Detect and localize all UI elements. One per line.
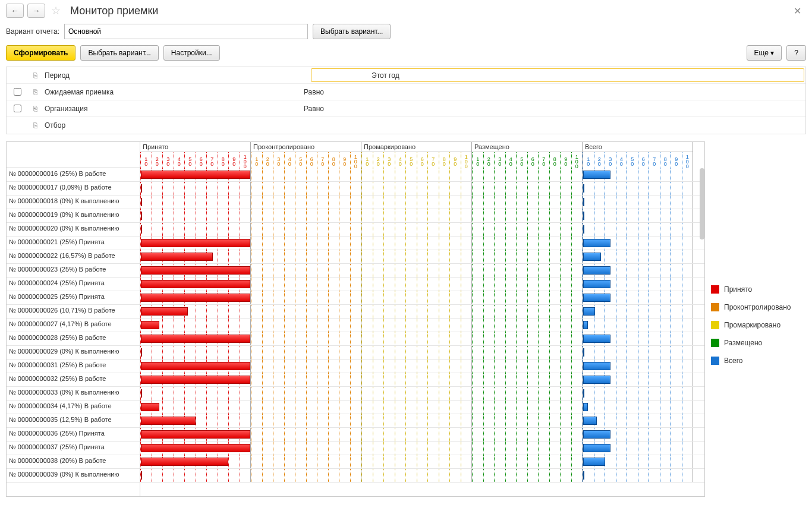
more-button[interactable]: Еще ▾ — [747, 45, 782, 61]
chart-bar — [141, 294, 250, 302]
chart-bar — [141, 184, 142, 193]
filter-checkbox[interactable] — [14, 105, 21, 112]
chart-row — [140, 360, 704, 373]
choose-variant-button[interactable]: Выбрать вариант... — [80, 45, 158, 61]
axis-tick: 10 — [140, 152, 152, 169]
chart-bar — [141, 266, 250, 275]
chart-column-group: Принято102030405060708090100 — [140, 142, 251, 168]
chart-row-label: № 00000000025 (25%) Принята — [7, 291, 140, 305]
chart-bar — [141, 225, 142, 234]
chart-row — [140, 346, 704, 360]
chart-row-label: № 00000000024 (25%) Принята — [7, 278, 140, 291]
chart-row-label: № 00000000028 (25%) В работе — [7, 332, 140, 346]
chart-bar — [141, 348, 142, 357]
axis-tick: 30 — [494, 152, 505, 169]
axis-tick: 90 — [449, 152, 461, 169]
chart-column-group: Всего102030405060708090100 — [583, 142, 693, 168]
chart-bar — [583, 239, 610, 247]
choose-variant-button-top[interactable]: Выбрать вариант... — [313, 24, 391, 39]
legend-item: Промаркировано — [711, 316, 812, 334]
axis-tick: 100 — [350, 152, 361, 169]
chart-row — [140, 264, 704, 278]
chart-row — [140, 209, 704, 223]
chart-bar — [141, 280, 250, 288]
axis-tick: 70 — [206, 152, 218, 169]
filter-checkbox[interactable] — [14, 88, 21, 96]
favorite-icon[interactable]: ☆ — [51, 4, 61, 17]
chart-bar — [583, 417, 597, 425]
chart-bar — [583, 171, 610, 179]
chart-column-group: Проконтролировано102030405060708090100 — [251, 142, 361, 168]
close-button[interactable]: ✕ — [789, 5, 806, 17]
chart-bar — [583, 294, 610, 302]
chart-bar — [583, 389, 584, 398]
forward-button[interactable]: → — [27, 4, 45, 18]
run-report-button[interactable]: Сформировать — [6, 45, 75, 61]
legend-label: Проконтролировано — [724, 303, 791, 311]
settings-button[interactable]: Настройки... — [163, 45, 220, 61]
chart-bar — [141, 417, 196, 425]
chart-bar — [583, 403, 588, 411]
chart-bar — [583, 362, 610, 370]
filter-row[interactable]: ⎘ Период Этот год — [7, 67, 805, 84]
filter-row[interactable]: ⎘ Отбор — [7, 117, 805, 134]
axis-tick: 60 — [527, 152, 539, 169]
chart-row — [140, 182, 704, 196]
chart-row — [140, 278, 704, 291]
chart-row-label: № 00000000022 (16,57%) В работе — [7, 250, 140, 264]
chart-bar — [583, 348, 584, 357]
chart-row-label: № 00000000020 (0%) К выполнению — [7, 223, 140, 237]
legend-swatch — [711, 321, 719, 329]
axis-tick: 40 — [616, 152, 627, 169]
chart-bar — [583, 444, 610, 452]
chart-row — [140, 469, 704, 483]
chart-bar — [141, 389, 142, 398]
chart-row-label: № 00000000032 (25%) В работе — [7, 373, 140, 387]
axis-tick: 70 — [649, 152, 660, 169]
legend-swatch — [711, 339, 719, 347]
axis-tick: 50 — [516, 152, 527, 169]
axis-tick: 90 — [560, 152, 571, 169]
axis-tick: 40 — [505, 152, 517, 169]
chart-row-label: № 00000000035 (12,5%) В работе — [7, 414, 140, 428]
axis-tick: 100 — [682, 152, 693, 169]
help-button[interactable]: ? — [786, 45, 806, 61]
chart-row-label: № 00000000037 (25%) Принята — [7, 442, 140, 455]
chart-row — [140, 332, 704, 346]
filter-value[interactable]: Этот год — [369, 71, 805, 80]
axis-tick: 20 — [262, 152, 273, 169]
chart-bar — [583, 376, 610, 384]
filter-row[interactable]: ⎘ Организация Равно — [7, 100, 805, 117]
column-title: Проконтролировано — [251, 142, 361, 152]
chart-row — [140, 250, 704, 264]
axis-tick: 50 — [184, 152, 196, 169]
chart-row — [140, 291, 704, 305]
chart-bar — [141, 171, 250, 179]
chart-row — [140, 373, 704, 387]
axis-tick: 50 — [405, 152, 417, 169]
legend-swatch — [711, 285, 719, 294]
chart-bar — [141, 458, 228, 466]
scrollbar-thumb[interactable] — [700, 168, 704, 239]
chart-row — [140, 401, 704, 414]
chart-row — [140, 196, 704, 209]
back-button[interactable]: ← — [6, 4, 24, 18]
chart-row — [140, 223, 704, 237]
chart-bar — [141, 430, 250, 439]
chart-row-label: № 00000000026 (10,71%) В работе — [7, 305, 140, 319]
chart-bar — [583, 253, 601, 261]
chart-row-label: № 00000000029 (0%) К выполнению — [7, 346, 140, 360]
chart-bar — [141, 321, 159, 329]
chart-row — [140, 319, 704, 332]
chart-row — [140, 305, 704, 319]
variant-input[interactable] — [64, 24, 308, 39]
axis-tick: 70 — [538, 152, 549, 169]
column-title: Всего — [583, 142, 693, 152]
legend-swatch — [711, 303, 719, 311]
chart-row — [140, 387, 704, 401]
axis-tick: 60 — [417, 152, 428, 169]
chart-row-label: № 00000000034 (4,17%) В работе — [7, 401, 140, 414]
chart-row-label: № 00000000019 (0%) К выполнению — [7, 209, 140, 223]
filter-name: Ожидаемая приемка — [42, 88, 304, 96]
filter-row[interactable]: ⎘ Ожидаемая приемка Равно — [7, 84, 805, 100]
